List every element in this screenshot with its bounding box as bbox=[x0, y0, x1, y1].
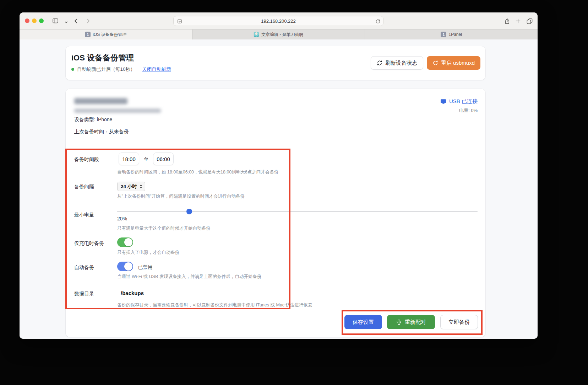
auto-backup-help: 当通过 Wi-Fi 或 USB 发现设备接入，并满足上面的条件后，自动开始备份 bbox=[117, 274, 261, 280]
page-settings-icon[interactable] bbox=[177, 18, 183, 26]
interval-select[interactable]: 24 小时 bbox=[117, 182, 145, 191]
auto-refresh-status-text: 自动刷新已开启（每10秒） bbox=[77, 66, 135, 73]
zoom-window-button[interactable] bbox=[39, 18, 44, 23]
charge-only-label: 仅充电时备份 bbox=[74, 240, 104, 247]
battery-text: 电量: 0% bbox=[459, 107, 478, 114]
restart-icon bbox=[432, 60, 438, 66]
connection-status-text: USB 已连接 bbox=[449, 98, 478, 105]
device-type-text: 设备类型: iPhone bbox=[74, 117, 112, 123]
min-battery-label: 最小电量 bbox=[74, 212, 94, 218]
sidebar-icon[interactable] bbox=[51, 16, 60, 26]
auto-backup-toggle[interactable] bbox=[117, 262, 133, 271]
browser-titlebar: 192.168.200.222 bbox=[20, 12, 538, 30]
data-directory-label: 数据目录 bbox=[74, 291, 94, 297]
backup-now-button[interactable]: 立即备份 bbox=[440, 315, 478, 329]
device-card: 设备类型: iPhone 上次备份时间：从未备份 USB 已连接 电量: 0% … bbox=[66, 89, 485, 337]
disable-auto-refresh-link[interactable]: 关闭自动刷新 bbox=[142, 66, 171, 73]
chevron-down-icon[interactable] bbox=[61, 17, 71, 27]
start-time-input[interactable] bbox=[119, 153, 139, 165]
tab-ios-backup[interactable]: 1 iOS 设备备份管理 bbox=[20, 30, 192, 39]
repair-button[interactable]: 重新配对 bbox=[387, 315, 435, 329]
tab-label: 1Panel bbox=[448, 32, 462, 37]
page-content: iOS 设备备份管理 自动刷新已开启（每10秒） 关闭自动刷新 刷新设备状态 bbox=[20, 39, 538, 339]
time-range-label: 备份时间段 bbox=[74, 156, 99, 163]
time-range-help: 自动备份的时间区间，如 18:00至06:00，也就是今天18:00到明天6点之… bbox=[117, 169, 278, 175]
charge-only-toggle[interactable] bbox=[117, 237, 133, 247]
share-icon[interactable] bbox=[502, 16, 512, 26]
browser-window: 192.168.200.222 bbox=[20, 12, 538, 339]
auto-backup-state-text: 已禁用 bbox=[138, 264, 153, 271]
auto-backup-label: 自动备份 bbox=[74, 264, 94, 271]
monitor-icon bbox=[440, 98, 447, 105]
restart-usbmuxd-button[interactable]: 重启 usbmuxd bbox=[427, 56, 480, 70]
tab-overview-icon[interactable] bbox=[525, 16, 534, 26]
interval-value: 24 小时 bbox=[121, 183, 137, 190]
tab-count-badge: 1 bbox=[85, 32, 91, 37]
device-udid-redacted bbox=[74, 109, 161, 113]
address-bar[interactable]: 192.168.200.222 bbox=[173, 16, 383, 26]
min-battery-slider-thumb[interactable] bbox=[186, 209, 192, 214]
last-backup-text: 上次备份时间：从未备份 bbox=[74, 129, 129, 135]
data-directory-help: 备份的保存目录，当需要恢复备份时，可以复制备份文件到电脑中使用 iTunes 或… bbox=[117, 302, 312, 308]
data-directory-value: /backups bbox=[121, 290, 144, 296]
toggle-knob bbox=[124, 262, 132, 271]
pair-icon bbox=[396, 319, 402, 325]
tab-bar: 1 iOS 设备备份管理 文章编辑 - 是羊刀仙啊 1 1Panel bbox=[20, 30, 538, 39]
avatar-favicon bbox=[254, 32, 259, 37]
interval-help: 从"上次备份时间"开始算，间隔满足设置的时间才会进行自动备份 bbox=[117, 193, 245, 199]
toggle-knob bbox=[124, 238, 132, 246]
backup-now-label: 立即备份 bbox=[448, 319, 470, 326]
back-icon[interactable] bbox=[71, 16, 81, 26]
close-window-button[interactable] bbox=[25, 18, 29, 23]
auto-refresh-status-dot bbox=[71, 68, 74, 71]
tab-label: iOS 设备备份管理 bbox=[93, 32, 126, 38]
repair-label: 重新配对 bbox=[405, 319, 426, 326]
tab-article-editor[interactable]: 文章编辑 - 是羊刀仙啊 bbox=[192, 30, 365, 39]
restart-usbmuxd-label: 重启 usbmuxd bbox=[441, 60, 475, 66]
refresh-icon bbox=[377, 60, 382, 66]
minimize-window-button[interactable] bbox=[32, 18, 37, 23]
min-battery-value: 20% bbox=[117, 216, 127, 221]
end-time-input[interactable] bbox=[153, 153, 174, 165]
url-text: 192.168.200.222 bbox=[174, 18, 383, 24]
charge-only-help: 只有插入了电源，才会自动备份 bbox=[117, 250, 179, 256]
new-tab-icon[interactable] bbox=[513, 16, 523, 26]
refresh-device-status-button[interactable]: 刷新设备状态 bbox=[371, 56, 423, 70]
forward-icon[interactable] bbox=[83, 16, 93, 26]
time-range-separator: 至 bbox=[144, 156, 149, 162]
min-battery-slider[interactable] bbox=[117, 211, 478, 212]
tab-label: 文章编辑 - 是羊刀仙啊 bbox=[261, 32, 304, 38]
tab-count-badge: 1 bbox=[441, 32, 446, 37]
min-battery-help: 只有满足电量大于这个值的时候才开始自动备份 bbox=[117, 225, 211, 231]
device-name-redacted bbox=[74, 98, 127, 104]
tab-1panel[interactable]: 1 1Panel bbox=[365, 30, 538, 39]
page-header-card: iOS 设备备份管理 自动刷新已开启（每10秒） 关闭自动刷新 刷新设备状态 bbox=[66, 46, 485, 80]
reload-icon[interactable] bbox=[375, 18, 381, 25]
refresh-device-status-label: 刷新设备状态 bbox=[385, 60, 417, 66]
page-title: iOS 设备备份管理 bbox=[71, 53, 134, 63]
stepper-arrows-icon bbox=[140, 184, 142, 189]
save-settings-button[interactable]: 保存设置 bbox=[344, 315, 382, 329]
save-settings-label: 保存设置 bbox=[353, 319, 374, 326]
interval-label: 备份间隔 bbox=[74, 184, 94, 190]
